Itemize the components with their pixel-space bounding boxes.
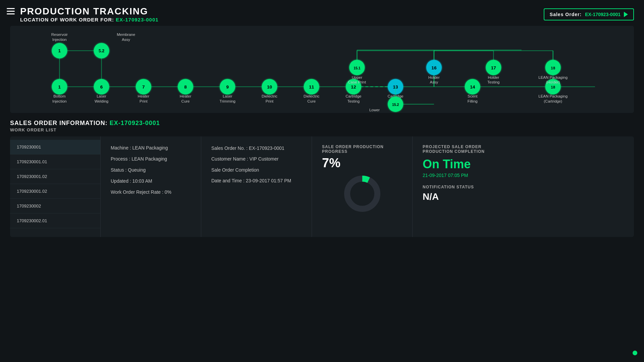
svg-text:15.2: 15.2: [392, 103, 399, 107]
svg-text:12: 12: [351, 84, 356, 89]
process-name: Process : LEAN Packaging: [111, 156, 191, 163]
svg-text:Injection: Injection: [52, 99, 67, 103]
updated-time: Updated : 10:03 AM: [111, 178, 191, 185]
header-left: PRODUCTION TRACKING LOCATION OF WORK ORD…: [7, 6, 159, 22]
svg-text:16: 16: [431, 65, 437, 70]
sub-title-prefix: LOCATION OF WORK ORDER FOR:: [20, 17, 114, 22]
svg-text:Upper: Upper: [352, 75, 362, 79]
svg-text:Lower: Lower: [369, 108, 380, 112]
machine-info: Machine : LEAN Packaging Process : LEAN …: [101, 136, 201, 237]
info-panel: 1709230001 1709230001.01 1709230001.02 1…: [10, 136, 634, 237]
svg-text:Laser: Laser: [223, 94, 232, 98]
work-order-item[interactable]: 1709230001: [10, 140, 100, 155]
svg-text:Assy: Assy: [122, 38, 130, 42]
donut-chart: [322, 174, 402, 214]
progress-percent: 7%: [322, 156, 402, 170]
svg-text:8: 8: [184, 84, 187, 89]
svg-text:5.2: 5.2: [99, 49, 104, 53]
svg-text:Case Print: Case Print: [348, 80, 366, 84]
projected-title: PROJECTED SALE ORDER PRODUCTION COMPLETI…: [423, 144, 624, 154]
svg-text:15.1: 15.1: [354, 66, 360, 70]
svg-text:1: 1: [58, 84, 61, 89]
status-indicator-dot: [633, 351, 637, 355]
svg-text:Print: Print: [140, 99, 148, 103]
svg-text:Dielectric: Dielectric: [304, 94, 319, 98]
sales-order-badge-label: Sales Order:: [550, 12, 582, 17]
svg-text:Cure: Cure: [307, 99, 316, 103]
svg-text:Welding: Welding: [95, 99, 108, 103]
sales-info-title: SALES ORDER INFORMATION: EX-170923-0001: [10, 120, 634, 127]
order-number: Sales Order No. : EX-170923-0001: [211, 144, 302, 152]
svg-text:Assy: Assy: [430, 80, 438, 84]
svg-text:Cure: Cure: [181, 99, 190, 103]
hamburger-menu[interactable]: [7, 8, 15, 14]
progress-section: SALE ORDER PRODUCTION PROGRESS 7%: [312, 136, 413, 237]
sales-info-order-id: EX-170923-0001: [110, 120, 160, 126]
svg-text:Filling: Filling: [468, 99, 478, 103]
svg-text:Print: Print: [266, 99, 274, 103]
svg-text:Scent: Scent: [468, 94, 478, 98]
svg-text:(Cartridge): (Cartridge): [544, 99, 562, 103]
progress-title-text: SALE ORDER PRODUCTION PROGRESS: [322, 144, 384, 154]
completion-label: Sale Order Completion: [211, 166, 302, 174]
svg-text:17: 17: [491, 65, 496, 70]
svg-text:7: 7: [142, 84, 145, 89]
process-flow-svg: 1 Bottom Injection 6 Laser Welding 7 Hea…: [20, 33, 624, 113]
sales-order-badge-value: EX-170923-0001: [585, 12, 621, 17]
work-order-item[interactable]: 1709230002: [10, 199, 100, 214]
svg-text:Injection: Injection: [52, 38, 67, 42]
status: Status : Queuing: [111, 167, 191, 174]
svg-text:Heater: Heater: [180, 94, 192, 98]
svg-text:Dielectric: Dielectric: [262, 94, 277, 98]
sales-info-section: SALES ORDER INFORMATION: EX-170923-0001 …: [0, 113, 644, 237]
reject-rate: Work Order Reject Rate : 0%: [111, 189, 191, 196]
svg-text:10: 10: [267, 84, 272, 89]
customer-name: Customer Name : VIP Customer: [211, 155, 302, 163]
svg-text:Reservoir: Reservoir: [51, 33, 68, 37]
sales-details: Sales Order No. : EX-170923-0001 Custome…: [201, 136, 312, 237]
completion-date: 21-09-2017 07:05 PM: [423, 173, 624, 178]
on-time-status: On Time: [423, 157, 624, 171]
svg-text:14: 14: [470, 84, 475, 89]
svg-text:Heater: Heater: [138, 94, 150, 98]
svg-text:Laser: Laser: [97, 94, 106, 98]
machine-name: Machine : LEAN Packaging: [111, 144, 191, 152]
sub-title: LOCATION OF WORK ORDER FOR: EX-170923-00…: [20, 17, 159, 22]
svg-text:11: 11: [309, 84, 314, 89]
svg-text:Bottom: Bottom: [53, 94, 65, 98]
work-order-item[interactable]: 1709230002.01: [10, 214, 100, 228]
process-flow-section: 1 Bottom Injection 6 Laser Welding 7 Hea…: [10, 26, 634, 113]
work-order-label: WORK ORDER LIST: [10, 127, 634, 132]
projected-section: PROJECTED SALE ORDER PRODUCTION COMPLETI…: [413, 136, 634, 237]
svg-text:Testing: Testing: [347, 99, 360, 103]
svg-point-91: [347, 179, 377, 209]
sales-info-prefix: SALES ORDER INFORMATION:: [10, 120, 110, 126]
svg-text:Trimming: Trimming: [220, 99, 235, 103]
svg-text:LEAN Packaging: LEAN Packaging: [538, 94, 568, 98]
work-order-item[interactable]: 1709230001.02: [10, 184, 100, 199]
svg-text:6: 6: [100, 84, 103, 89]
work-order-item[interactable]: 1709230001.02: [10, 169, 100, 184]
svg-text:Membrane: Membrane: [117, 33, 135, 37]
progress-title: SALE ORDER PRODUCTION PROGRESS: [322, 144, 402, 154]
svg-text:Cartridge: Cartridge: [345, 94, 361, 98]
svg-text:Holder: Holder: [488, 75, 499, 79]
sales-order-badge[interactable]: Sales Order: EX-170923-0001: [544, 8, 634, 20]
svg-text:Holder: Holder: [428, 75, 440, 79]
main-title: PRODUCTION TRACKING: [20, 6, 159, 17]
work-order-item[interactable]: 1709230001.01: [10, 155, 100, 169]
header: PRODUCTION TRACKING LOCATION OF WORK ORD…: [0, 0, 644, 26]
header-titles: PRODUCTION TRACKING LOCATION OF WORK ORD…: [20, 6, 159, 22]
svg-text:Testing: Testing: [487, 80, 499, 84]
work-order-list: 1709230001 1709230001.01 1709230001.02 1…: [10, 136, 101, 237]
svg-text:Case Print: Case Print: [366, 112, 384, 113]
notification-value: N/A: [423, 191, 624, 202]
completion-datetime: Date and Time : 23-09-2017 01:57 PM: [211, 177, 302, 184]
arrow-right-icon: [624, 12, 628, 17]
notification-title: NOTIFICATION STATUS: [423, 185, 624, 189]
svg-text:9: 9: [226, 84, 229, 89]
sub-title-order-id: EX-170923-0001: [116, 17, 158, 22]
